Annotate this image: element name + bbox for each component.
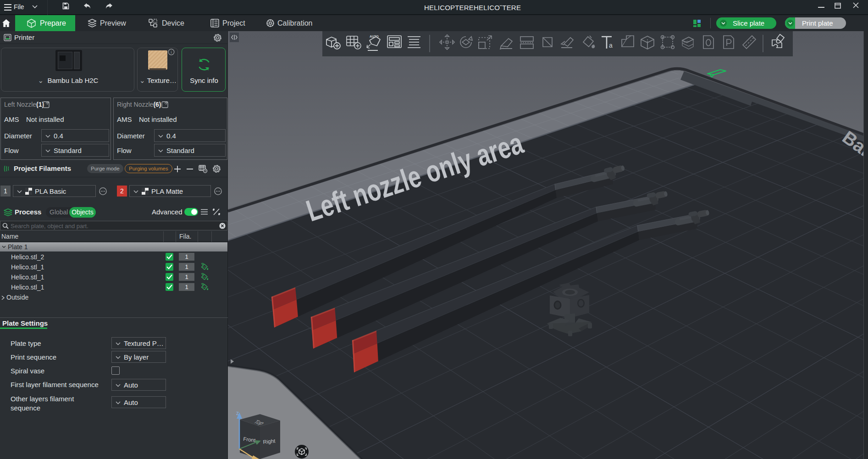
svg-text:i: i — [171, 50, 172, 55]
svg-text:z: z — [236, 410, 239, 416]
svg-text:AUTO: AUTO — [370, 35, 379, 38]
svg-text:a: a — [609, 42, 613, 49]
